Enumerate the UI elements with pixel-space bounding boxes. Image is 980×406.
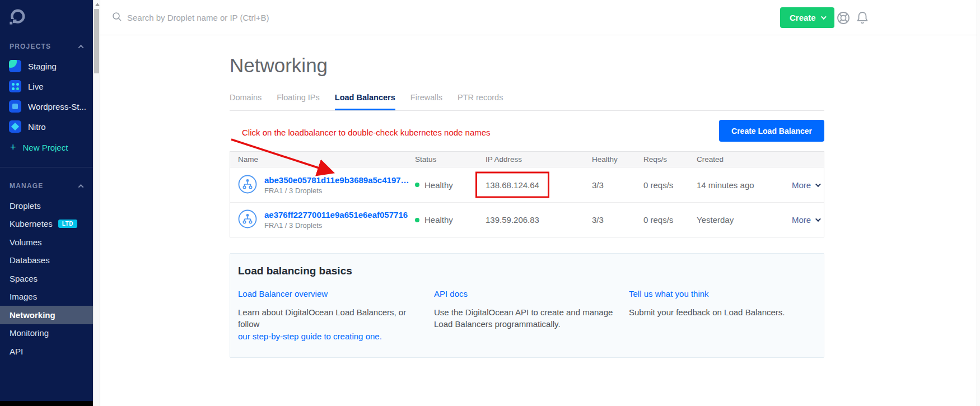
feedback-link[interactable]: Tell us what you think <box>629 289 709 298</box>
digitalocean-logo-icon[interactable] <box>8 8 93 28</box>
api-docs-link[interactable]: API docs <box>434 289 468 298</box>
load-balancer-overview-link[interactable]: Load Balancer overview <box>238 289 328 298</box>
status-text: Healthy <box>424 215 453 225</box>
plus-icon: + <box>10 142 16 152</box>
basics-title: Load balancing basics <box>238 265 824 277</box>
item-label: Databases <box>10 255 50 265</box>
sidebar-project-nitro[interactable]: Nitro <box>0 116 93 137</box>
annotation-text: Click on the loadbalancer to double-chec… <box>242 128 491 137</box>
manage-section-header[interactable]: MANAGE <box>0 182 93 190</box>
status-text: Healthy <box>424 180 453 190</box>
load-balancer-region: FRA1 / 3 Droplets <box>264 221 408 230</box>
healthy-count: 3/3 <box>592 180 643 190</box>
sidebar-item-kubernetes[interactable]: Kubernetes LTD <box>0 215 93 234</box>
sidebar-item-databases[interactable]: Databases <box>0 251 93 270</box>
tab-load-balancers[interactable]: Load Balancers <box>335 93 395 110</box>
create-button[interactable]: Create <box>780 7 834 28</box>
chevron-down-icon <box>815 216 821 222</box>
sidebar-item-spaces[interactable]: Spaces <box>0 269 93 288</box>
basics-column-api: API docs Use the DigitalOcean API to cre… <box>434 289 629 342</box>
chevron-down-icon <box>815 181 821 187</box>
step-by-step-guide-link[interactable]: our step-by-step guide to creating one. <box>238 332 382 341</box>
load-balancer-name-link[interactable]: abe350e05781d11e9b3689a5c4197… <box>264 175 409 185</box>
sidebar-item-droplets[interactable]: Droplets <box>0 197 93 215</box>
scroll-up-arrow-icon[interactable] <box>95 3 100 6</box>
load-balancer-table: Name Status IP Address Healthy Reqs/s Cr… <box>230 151 824 237</box>
action-row: Click on the loadbalancer to double-chec… <box>230 111 824 151</box>
basics-text: Submit your feedback on Load Balancers. <box>629 306 815 318</box>
basics-column-feedback: Tell us what you think Submit your feedb… <box>629 289 824 342</box>
project-label: Wordpress-St... <box>28 102 86 111</box>
table-row: ae376ff22770011e9a651e6eaf057716 FRA1 / … <box>230 202 824 237</box>
more-menu-button[interactable]: More <box>792 180 834 190</box>
create-load-balancer-button[interactable]: Create Load Balancer <box>719 120 824 142</box>
projects-section-header[interactable]: PROJECTS <box>0 43 93 50</box>
sidebar-item-networking[interactable]: Networking <box>0 306 93 324</box>
sidebar-item-images[interactable]: Images <box>0 288 93 306</box>
item-label: Kubernetes <box>10 219 53 228</box>
item-label: Volumes <box>10 237 42 247</box>
created-time: 14 minutes ago <box>697 180 792 190</box>
more-label: More <box>792 215 811 225</box>
nitro-project-icon <box>9 120 21 133</box>
sidebar-item-volumes[interactable]: Volumes <box>0 233 93 251</box>
search-input[interactable] <box>127 13 486 22</box>
tab-ptr-records[interactable]: PTR records <box>458 93 503 110</box>
sidebar-project-staging[interactable]: Staging <box>0 56 93 76</box>
tab-floating-ips[interactable]: Floating IPs <box>277 93 320 110</box>
new-project-button[interactable]: + New Project <box>10 142 93 152</box>
item-label: Droplets <box>10 201 41 211</box>
basics-text: Use the DigitalOcean API to create and m… <box>434 306 620 330</box>
col-header-created: Created <box>697 155 792 164</box>
notifications-bell-icon[interactable] <box>856 11 869 27</box>
chevron-up-icon <box>78 44 84 50</box>
load-balancer-icon <box>238 209 257 230</box>
page-title: Networking <box>230 54 824 77</box>
sidebar-scrollbar[interactable] <box>93 0 100 406</box>
item-label: Networking <box>10 310 55 320</box>
projects-label: PROJECTS <box>10 43 51 50</box>
page-scrollbar[interactable] <box>977 0 980 406</box>
basics-column-overview: Load Balancer overview Learn about Digit… <box>238 289 434 342</box>
item-label: Images <box>10 292 37 301</box>
healthy-status-dot <box>415 218 419 222</box>
col-header-healthy: Healthy <box>592 155 643 164</box>
sidebar-project-live[interactable]: Live <box>0 76 93 96</box>
search-icon <box>112 12 122 24</box>
bottom-black-strip <box>0 401 93 406</box>
load-balancing-basics-panel: Load balancing basics Load Balancer over… <box>230 253 824 358</box>
manage-list: Droplets Kubernetes LTD Volumes Database… <box>0 197 93 361</box>
topbar: Create <box>100 0 977 35</box>
col-header-ip: IP Address <box>486 155 592 164</box>
load-balancer-icon <box>238 175 257 195</box>
item-label: API <box>10 347 23 356</box>
chevron-up-icon <box>78 184 84 189</box>
tab-firewalls[interactable]: Firewalls <box>410 93 442 110</box>
sidebar-item-api[interactable]: API <box>0 342 93 361</box>
col-header-name: Name <box>238 155 415 164</box>
sidebar: PROJECTS Staging Live Wordpress-St... Ni… <box>0 0 93 406</box>
load-balancer-name-link[interactable]: ae376ff22770011e9a651e6eaf057716 <box>264 210 408 220</box>
help-lifering-icon[interactable] <box>836 11 851 27</box>
more-menu-button[interactable]: More <box>792 215 834 225</box>
requests-per-second: 0 reqs/s <box>643 180 697 190</box>
staging-project-icon <box>9 60 21 72</box>
main-content: Networking Domains Floating IPs Load Bal… <box>100 36 977 406</box>
item-label: Spaces <box>10 274 38 283</box>
table-row: abe350e05781d11e9b3689a5c4197… FRA1 / 3 … <box>230 167 824 202</box>
ip-address: 138.68.124.64 <box>486 180 539 190</box>
table-header-row: Name Status IP Address Healthy Reqs/s Cr… <box>230 152 824 167</box>
sidebar-project-wordpress[interactable]: Wordpress-St... <box>0 96 93 116</box>
col-header-reqs: Reqs/s <box>643 155 697 164</box>
sidebar-item-monitoring[interactable]: Monitoring <box>0 324 93 343</box>
basics-text: Learn about DigitalOcean Load Balancers,… <box>238 307 406 329</box>
create-label: Create <box>790 13 816 22</box>
new-project-label: New Project <box>23 143 68 152</box>
project-label: Live <box>28 82 44 91</box>
projects-list: Staging Live Wordpress-St... Nitro <box>0 56 93 137</box>
scrollbar-thumb[interactable] <box>94 9 99 73</box>
healthy-count: 3/3 <box>592 215 643 225</box>
tab-bar: Domains Floating IPs Load Balancers Fire… <box>230 93 824 111</box>
item-label: Monitoring <box>10 328 49 338</box>
tab-domains[interactable]: Domains <box>230 93 262 110</box>
